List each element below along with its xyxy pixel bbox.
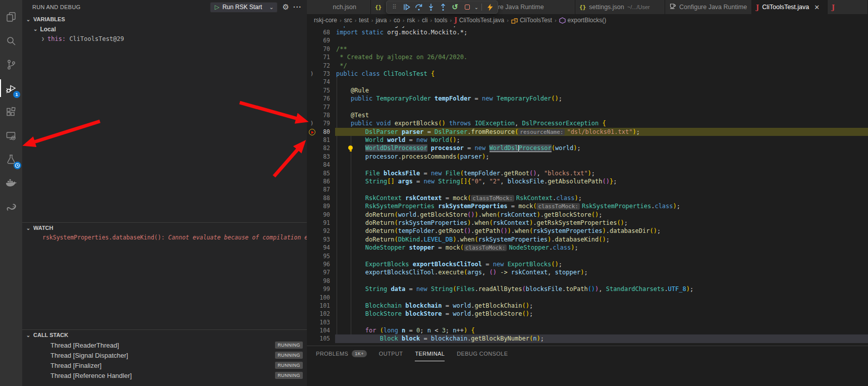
breadcrumb-item[interactable]: exportBlocks()	[559, 17, 607, 24]
code-line-91[interactable]: 91 doReturn(rskSystemProperties).when(rs…	[307, 219, 868, 227]
code-line-96[interactable]: 96 ExportBlocks exportBlocksCliTool = ne…	[307, 260, 868, 268]
code-line-88[interactable]: 88 RskContext rskContext = mock(classToM…	[307, 194, 868, 202]
code-line-94[interactable]: 94 NodeStopper stopper = mock(classToMoc…	[307, 244, 868, 252]
code-line-84[interactable]: 84	[307, 161, 868, 169]
variables-scope-local[interactable]: ⌄ Local	[22, 24, 307, 34]
code-line-100[interactable]: 100	[307, 294, 868, 302]
gradle-icon[interactable]	[0, 195, 22, 219]
line-number[interactable]: 86	[311, 177, 330, 185]
testing-icon[interactable]	[0, 148, 22, 171]
variables-section-header[interactable]: ⌄ VARIABLES	[22, 14, 307, 24]
line-number[interactable]: 92	[311, 227, 330, 235]
panel-tab-output[interactable]: OUTPUT	[379, 346, 403, 361]
stop-dropdown-chevron-icon[interactable]: ⌄	[473, 2, 479, 13]
explorer-icon[interactable]	[0, 5, 22, 29]
code-line-103[interactable]: 103	[307, 318, 868, 326]
line-number[interactable]: 85	[311, 169, 330, 177]
step-over-button[interactable]	[413, 2, 424, 13]
line-number[interactable]: 70	[311, 45, 330, 53]
line-number[interactable]: 91	[311, 219, 330, 227]
code-line-104[interactable]: 104 for (long n = 0; n < 3; n++) {	[307, 326, 868, 334]
close-icon[interactable]: ✕	[814, 4, 820, 11]
extensions-icon[interactable]	[0, 100, 22, 124]
step-out-button[interactable]	[437, 2, 449, 13]
breadcrumb-item[interactable]: tools	[435, 17, 447, 24]
breadcrumb-item[interactable]: src	[344, 17, 352, 24]
line-number[interactable]: 71	[311, 53, 330, 61]
gear-icon[interactable]: ⚙	[283, 3, 289, 12]
editor-tab-clitoolstest-java[interactable]: JCliToolsTest.java✕	[752, 0, 828, 14]
breadcrumb-item[interactable]: test	[359, 17, 368, 24]
line-number[interactable]: 99	[311, 285, 330, 293]
line-number[interactable]: 87	[311, 185, 330, 194]
code-line-93[interactable]: 93 doReturn(DbKind.LEVEL_DB).when(rskSys…	[307, 235, 868, 244]
code-line-97[interactable]: 97 exportBlocksCliTool.execute(args, () …	[307, 268, 868, 276]
line-number[interactable]: 88	[311, 194, 330, 202]
source-control-icon[interactable]	[0, 53, 22, 76]
toolbar-grip-handle[interactable]: ⠿	[389, 2, 400, 13]
breakpoint-current-line-icon[interactable]	[309, 129, 315, 135]
remote-explorer-icon[interactable]	[0, 124, 22, 148]
editor-tab-nch-json[interactable]: nch.json	[307, 0, 371, 14]
hot-code-replace-button[interactable]	[484, 2, 496, 13]
line-number[interactable]: 102	[311, 310, 330, 318]
code-line-74[interactable]: 74	[307, 78, 868, 86]
breadcrumb-item[interactable]: CliToolsTest	[511, 17, 552, 24]
code-line-87[interactable]: 87	[307, 185, 868, 194]
line-number[interactable]: 83	[311, 153, 330, 161]
line-number[interactable]: 97	[311, 268, 330, 276]
call-stack-thread[interactable]: Thread [ReaderThread]RUNNING	[22, 340, 307, 350]
call-stack-thread[interactable]: Thread [Finalizer]RUNNING	[22, 360, 307, 370]
line-number[interactable]: 68	[311, 28, 330, 36]
breadcrumb-item[interactable]: JCliToolsTest.java	[454, 17, 504, 24]
variable-this-row[interactable]: ❯ this: CliToolsTest@29	[22, 34, 307, 43]
panel-tab-debug-console[interactable]: DEBUG CONSOLE	[457, 346, 508, 361]
watch-section-header[interactable]: ⌄ WATCH	[22, 223, 307, 233]
line-number[interactable]: 103	[311, 318, 330, 326]
code-line-95[interactable]: 95	[307, 252, 868, 260]
line-number[interactable]: 74	[311, 78, 330, 86]
breadcrumb-item[interactable]: cli	[422, 17, 427, 24]
docker-icon[interactable]	[0, 171, 22, 195]
restart-button[interactable]: ↺	[449, 2, 461, 13]
code-line-85[interactable]: 85 File blocksFile = new File(tempFolder…	[307, 169, 868, 177]
code-line-98[interactable]: 98	[307, 277, 868, 285]
line-number[interactable]: 95	[311, 252, 330, 260]
code-line-90[interactable]: 90 doReturn(world.getBlockStore()).when(…	[307, 211, 868, 219]
fold-icon[interactable]: )	[308, 70, 315, 77]
code-line-82[interactable]: 82 WorldDslProcessor processor = new Wor…	[307, 144, 868, 152]
code-line-92[interactable]: 92 doReturn(tempFolder.getRoot().getPath…	[307, 227, 868, 235]
line-number[interactable]: 90	[311, 211, 330, 219]
line-number[interactable]: 77	[311, 103, 330, 111]
code-line-101[interactable]: 101 Blockchain blockchain = world.getBlo…	[307, 302, 868, 310]
more-actions-icon[interactable]: ···	[293, 3, 302, 11]
call-stack-thread[interactable]: Thread [Reference Handler]RUNNING	[22, 370, 307, 380]
breadcrumb-item[interactable]: rsk	[407, 17, 415, 24]
continue-button[interactable]	[401, 2, 412, 13]
line-number[interactable]: 84	[311, 161, 330, 169]
code-line-75[interactable]: 75 @Rule	[307, 86, 868, 94]
fold-icon[interactable]: )	[308, 120, 315, 127]
editor-tab-configure-java-runtime[interactable]: Configure Java Runtime	[665, 0, 752, 14]
line-number[interactable]: 89	[311, 202, 330, 210]
call-stack-section-header[interactable]: ⌄ CALL STACK	[22, 330, 307, 340]
line-number[interactable]: 94	[311, 244, 330, 252]
code-line-89[interactable]: 89 RskSystemProperties rskSystemProperti…	[307, 202, 868, 210]
code-line-105[interactable]: 105 Block block = blockchain.getBlockByN…	[307, 334, 868, 343]
line-number[interactable]: 76	[311, 94, 330, 103]
search-icon[interactable]	[0, 29, 22, 53]
run-config-select[interactable]: ▷ Run RSK Start ⌄	[210, 2, 277, 13]
code-line-73[interactable]: 73)public class CliToolsTest {	[307, 70, 868, 78]
code-editor[interactable]: 67import static org.junit.Assert.*;68imp…	[307, 26, 868, 346]
code-line-80[interactable]: 80 DslParser parser = DslParser.fromReso…	[307, 128, 868, 136]
step-into-button[interactable]	[425, 2, 437, 13]
editor-tab-settings-json[interactable]: {}settings.json~/.../User	[575, 0, 665, 14]
line-number[interactable]: 105	[311, 334, 330, 343]
code-line-81[interactable]: 81 World world = new World();	[307, 136, 868, 144]
panel-tab-problems[interactable]: PROBLEMS1K+	[316, 346, 367, 361]
line-number[interactable]: 78	[311, 111, 330, 119]
code-line-76[interactable]: 76 public TemporaryFolder tempFolder = n…	[307, 94, 868, 103]
call-stack-thread[interactable]: Thread [Signal Dispatcher]RUNNING	[22, 350, 307, 360]
stop-button[interactable]	[461, 2, 473, 13]
line-number[interactable]: 72	[311, 62, 330, 70]
